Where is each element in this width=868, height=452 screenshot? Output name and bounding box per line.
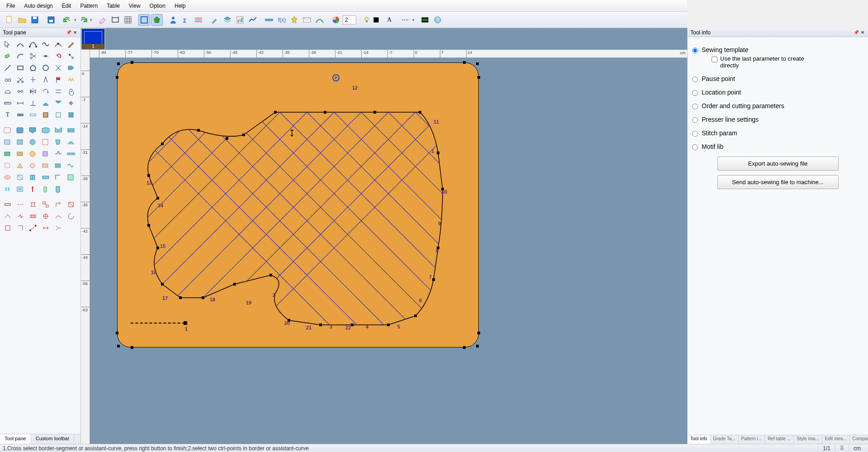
save-as-icon[interactable] xyxy=(45,14,57,26)
align-icon[interactable] xyxy=(193,14,204,26)
pen-tool-icon[interactable] xyxy=(65,39,77,50)
line-style-icon[interactable] xyxy=(400,14,411,26)
menu-table[interactable]: Table xyxy=(102,1,124,11)
layers-icon[interactable] xyxy=(222,14,233,26)
save-icon[interactable] xyxy=(29,14,41,26)
piece-24-icon[interactable] xyxy=(65,172,77,183)
piece-9-icon[interactable] xyxy=(27,148,39,159)
seg-4-icon[interactable] xyxy=(40,199,52,210)
piece-10-icon[interactable] xyxy=(40,148,52,159)
piece-13-icon[interactable] xyxy=(2,160,14,171)
protractor-icon[interactable] xyxy=(2,86,14,97)
dashed-segment[interactable] xyxy=(131,323,185,324)
pocket-b-icon[interactable] xyxy=(14,125,26,136)
pocket-c-icon[interactable] xyxy=(27,125,39,136)
rect-handle[interactable] xyxy=(477,76,480,79)
bounds-icon[interactable] xyxy=(138,14,150,26)
seg-1-icon[interactable] xyxy=(2,199,14,210)
seg-9-icon[interactable] xyxy=(27,211,39,222)
rect-handle[interactable] xyxy=(116,76,118,79)
flag-icon[interactable] xyxy=(52,74,64,85)
menu-option[interactable]: Option xyxy=(145,1,170,11)
seg-15-icon[interactable] xyxy=(27,223,39,233)
curve-icon[interactable] xyxy=(314,14,326,26)
seam-a-icon[interactable] xyxy=(40,109,52,120)
piece-3-icon[interactable] xyxy=(27,137,39,147)
rect-handle[interactable] xyxy=(131,61,133,64)
seg-17-icon[interactable] xyxy=(52,223,64,233)
piece-6-icon[interactable] xyxy=(65,137,77,147)
close-icon[interactable]: ✕ xyxy=(72,30,78,35)
piece-25-icon[interactable] xyxy=(2,184,14,195)
seg-6-icon[interactable] xyxy=(65,199,77,210)
rect-tool-icon[interactable] xyxy=(14,62,26,73)
new-icon[interactable] xyxy=(4,14,15,26)
fabric-a-icon[interactable] xyxy=(40,98,52,109)
piece-7-icon[interactable] xyxy=(2,148,14,159)
page-thumbnail[interactable]: 1 xyxy=(82,29,104,49)
seg-8-icon[interactable] xyxy=(14,211,26,222)
circle-tool-icon[interactable] xyxy=(40,62,52,73)
frame-icon[interactable] xyxy=(109,14,121,26)
grid-icon[interactable] xyxy=(122,14,134,26)
pocket-a-icon[interactable] xyxy=(2,125,14,136)
rect-handle[interactable] xyxy=(463,346,466,349)
seam-c-icon[interactable] xyxy=(65,109,77,120)
link-icon[interactable] xyxy=(14,86,26,97)
split-icon[interactable] xyxy=(27,74,39,85)
bezier-tool-icon[interactable] xyxy=(27,39,39,50)
piece-20-icon[interactable] xyxy=(14,172,26,183)
open-icon[interactable] xyxy=(16,14,28,26)
piece-12-icon[interactable] xyxy=(65,148,77,159)
ruler-icon[interactable] xyxy=(2,98,14,109)
menu-view[interactable]: View xyxy=(124,1,145,11)
sunburst-icon[interactable] xyxy=(65,98,77,109)
menu-help[interactable]: Help xyxy=(170,1,190,11)
sigma-icon[interactable]: Σ xyxy=(180,14,192,26)
piece-21-icon[interactable] xyxy=(27,172,39,183)
spiral-icon[interactable] xyxy=(65,86,77,97)
notch-b-icon[interactable] xyxy=(27,109,39,120)
film-icon[interactable] xyxy=(419,14,431,26)
color-swatch[interactable] xyxy=(373,17,379,23)
lightbulb-icon[interactable] xyxy=(361,14,373,26)
piece-4-icon[interactable] xyxy=(40,137,52,147)
redo-icon[interactable] xyxy=(77,14,89,26)
compass-icon[interactable] xyxy=(40,74,52,85)
rect-corner[interactable] xyxy=(117,62,120,65)
menu-file[interactable]: File xyxy=(2,1,19,11)
eraser-tool-icon[interactable] xyxy=(2,51,14,62)
rect-corner[interactable] xyxy=(476,62,479,65)
spline-tool-icon[interactable] xyxy=(40,39,52,50)
color-wheel-icon[interactable] xyxy=(330,14,342,26)
piece-11-icon[interactable] xyxy=(52,148,64,159)
formula-icon[interactable]: f(x) xyxy=(276,14,288,26)
menu-edit[interactable]: Edit xyxy=(57,1,76,11)
drawing-canvas[interactable]: P ↕ xyxy=(90,58,687,358)
star-icon[interactable] xyxy=(288,14,300,26)
arc-tool-icon[interactable] xyxy=(14,51,26,62)
line-weight-input[interactable] xyxy=(343,15,356,24)
piece-14-icon[interactable] xyxy=(14,160,26,171)
canvas-area[interactable]: 1 cm -84-77-70-63-56-49-42-35-28-21-14-7… xyxy=(81,28,687,358)
piece-23-icon[interactable] xyxy=(52,172,64,183)
piece-16-icon[interactable] xyxy=(40,160,52,171)
seg-14-icon[interactable] xyxy=(14,223,26,233)
node-tool-icon[interactable] xyxy=(40,51,52,62)
seg-16-icon[interactable] xyxy=(40,223,52,233)
zigzag-icon[interactable] xyxy=(65,74,77,85)
piece-26-icon[interactable] xyxy=(14,184,26,195)
rect-handle[interactable] xyxy=(477,332,480,334)
measure-icon[interactable] xyxy=(263,14,275,26)
notch-a-icon[interactable] xyxy=(14,109,26,120)
seg-11-icon[interactable] xyxy=(52,211,64,222)
brush-icon[interactable] xyxy=(209,14,221,26)
line-tool-icon[interactable] xyxy=(2,62,14,73)
text-icon[interactable]: A xyxy=(383,14,395,26)
eraser-icon[interactable] xyxy=(97,14,108,26)
piece-27-icon[interactable] xyxy=(27,184,39,195)
mirror-icon[interactable] xyxy=(27,86,39,97)
intersect-icon[interactable] xyxy=(52,62,64,73)
collar-c-icon[interactable] xyxy=(65,125,77,136)
seg-5-icon[interactable] xyxy=(52,199,64,210)
